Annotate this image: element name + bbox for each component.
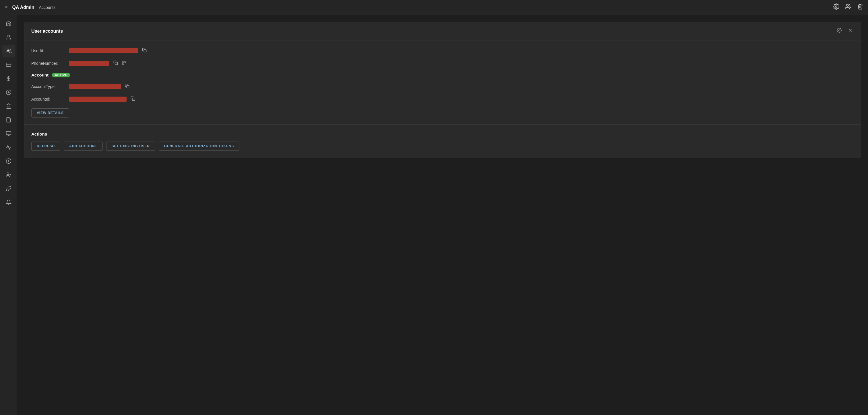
trash-icon[interactable]	[857, 3, 863, 11]
account-section-header: Account ACTIVE	[31, 72, 854, 77]
settings-icon[interactable]	[833, 3, 839, 11]
svg-point-1	[846, 4, 848, 6]
phone-number-row: PhoneNumber:	[31, 60, 854, 67]
svg-point-3	[7, 49, 9, 51]
user-id-label: UserId:	[31, 48, 66, 53]
account-section: Account ACTIVE AccountType: AccountId:	[31, 72, 854, 117]
main-layout: User accounts	[0, 15, 868, 415]
panel-body: UserId: PhoneNumber:	[24, 40, 861, 125]
phone-number-label: PhoneNumber:	[31, 61, 66, 66]
svg-rect-30	[144, 49, 146, 52]
account-type-copy-icon[interactable]	[124, 83, 130, 90]
sidebar-item-add-user[interactable]	[2, 169, 15, 181]
app-title: QA Admin	[12, 5, 34, 10]
account-type-value	[69, 84, 121, 89]
svg-rect-4	[6, 63, 11, 67]
sidebar-item-bell[interactable]	[2, 196, 15, 209]
svg-point-2	[7, 35, 9, 37]
user-accounts-panel: User accounts	[24, 22, 861, 158]
topbar: ≡ QA Admin Accounts	[0, 0, 868, 15]
add-account-button[interactable]: ADD ACCOUNT	[64, 142, 103, 151]
refresh-button[interactable]: REFRESH	[31, 142, 60, 151]
sidebar-item-link[interactable]	[2, 182, 15, 195]
sidebar-item-reports[interactable]	[2, 113, 15, 126]
sidebar-item-transactions[interactable]	[2, 59, 15, 71]
sidebar-item-finance[interactable]	[2, 72, 15, 85]
sidebar-item-accounts[interactable]	[2, 45, 15, 57]
content-area: User accounts	[17, 15, 868, 415]
actions-title: Actions	[31, 132, 854, 136]
svg-point-24	[7, 173, 9, 175]
panel-header-icons	[836, 27, 854, 35]
breadcrumb[interactable]: Accounts	[39, 5, 56, 10]
view-details-container: VIEW DETAILS	[31, 108, 854, 117]
menu-icon[interactable]: ≡	[5, 4, 8, 10]
phone-copy-icon[interactable]	[113, 60, 119, 67]
user-id-value	[69, 48, 138, 53]
svg-marker-15	[7, 104, 10, 105]
svg-rect-45	[127, 85, 129, 88]
sidebar-item-add-circle[interactable]	[2, 155, 15, 167]
svg-point-27	[839, 30, 840, 31]
svg-rect-18	[6, 132, 11, 135]
svg-rect-35	[123, 61, 123, 62]
svg-rect-37	[123, 64, 123, 64]
account-type-row: AccountType:	[31, 83, 854, 90]
account-id-copy-icon[interactable]	[130, 96, 136, 103]
account-id-row: AccountId:	[31, 96, 854, 103]
phone-qr-icon[interactable]	[122, 61, 127, 66]
sidebar-item-payments[interactable]	[2, 86, 15, 99]
svg-rect-31	[115, 62, 118, 65]
set-existing-user-button[interactable]: SET EXISTING USER	[106, 142, 155, 151]
account-type-label: AccountType:	[31, 84, 66, 89]
sidebar	[0, 15, 17, 415]
topbar-right	[833, 3, 863, 11]
generate-auth-tokens-button[interactable]: GENERATE AUTHORIZATION TOKENS	[159, 142, 239, 151]
svg-rect-36	[125, 61, 126, 62]
svg-point-0	[835, 6, 837, 7]
account-id-label: AccountId:	[31, 97, 66, 101]
panel-header: User accounts	[24, 22, 861, 40]
sidebar-item-bank[interactable]	[2, 100, 15, 112]
sidebar-item-analytics[interactable]	[2, 141, 15, 153]
panel-title: User accounts	[31, 29, 63, 34]
account-id-value	[69, 97, 127, 102]
users-icon[interactable]	[845, 3, 851, 11]
topbar-left: ≡ QA Admin Accounts	[5, 4, 55, 10]
sidebar-item-home[interactable]	[2, 17, 15, 30]
svg-rect-46	[132, 98, 135, 101]
user-id-row: UserId:	[31, 47, 854, 54]
panel-settings-button[interactable]	[836, 27, 843, 35]
phone-number-value	[69, 61, 110, 66]
panel-close-button[interactable]	[846, 27, 854, 35]
actions-section: Actions REFRESH ADD ACCOUNT SET EXISTING…	[24, 125, 861, 158]
sidebar-item-monitor[interactable]	[2, 127, 15, 140]
account-section-title: Account	[31, 72, 49, 77]
view-details-button[interactable]: VIEW DETAILS	[31, 108, 69, 117]
user-id-copy-icon[interactable]	[142, 47, 147, 54]
actions-row: REFRESH ADD ACCOUNT SET EXISTING USER GE…	[31, 142, 854, 151]
status-badge: ACTIVE	[52, 73, 70, 77]
sidebar-item-user[interactable]	[2, 31, 15, 43]
